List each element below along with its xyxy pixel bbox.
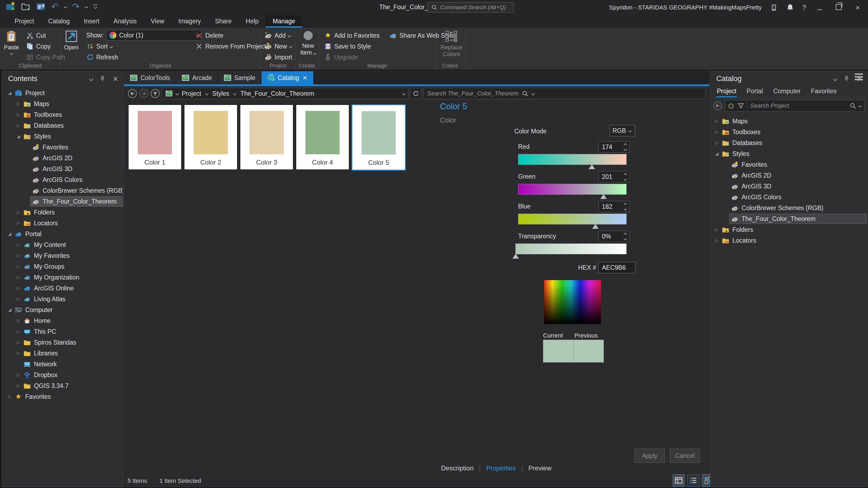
expand-icon[interactable]: ▷ <box>15 372 22 378</box>
tree-item-toolboxes[interactable]: ▷Toolboxes <box>2 109 123 120</box>
tree-item-arcgis-online[interactable]: ▷ArcGIS Online <box>2 283 123 294</box>
panel-options-icon[interactable] <box>855 73 863 80</box>
command-search-input[interactable]: Command Search (Alt+Q) <box>428 2 514 12</box>
document-tab-colortools[interactable]: ColorTools <box>124 71 176 84</box>
back-icon[interactable] <box>713 101 722 110</box>
expand-icon[interactable]: ▷ <box>15 264 22 269</box>
refresh-location-button[interactable] <box>410 88 422 99</box>
ribbon-tab-insert[interactable]: Insert <box>77 15 106 28</box>
breadcrumb-segment-project[interactable]: Project <box>182 90 201 97</box>
blue-value-spinner[interactable]: 182 <box>598 201 630 212</box>
tree-item-my-favorites[interactable]: ▷My Favorites <box>2 250 123 261</box>
red-slider[interactable] <box>518 154 627 165</box>
delete-button[interactable]: Delete <box>195 30 266 41</box>
save-project-icon[interactable] <box>36 2 45 11</box>
back-icon[interactable] <box>127 89 137 98</box>
ribbon-tab-imagery[interactable]: Imagery <box>172 15 208 28</box>
blue-slider[interactable] <box>518 214 627 225</box>
expand-icon[interactable]: ▷ <box>15 318 22 323</box>
expand-icon[interactable]: ▷ <box>714 119 720 124</box>
open-button[interactable]: Open <box>64 30 79 51</box>
breadcrumb-segment-styles[interactable]: Styles <box>212 90 229 97</box>
project-search-input[interactable]: Search Project <box>724 100 865 112</box>
details-view-button[interactable] <box>673 474 685 487</box>
forward-icon[interactable] <box>139 89 149 98</box>
import-style-button[interactable]: Import <box>265 52 292 62</box>
sort-button[interactable]: Sort <box>86 41 202 52</box>
tree-item-my-organization[interactable]: ▷My Organization <box>2 272 123 283</box>
ribbon-tab-help[interactable]: Help <box>239 15 266 28</box>
panel-menu-chevron-icon[interactable] <box>89 77 94 81</box>
tree-item-favorites[interactable]: Favorites <box>710 159 867 170</box>
collapse-icon[interactable]: ◢ <box>6 231 13 236</box>
transparency-slider[interactable] <box>516 243 627 254</box>
ribbon-tab-catalog[interactable]: Catalog <box>41 15 77 28</box>
document-tab-arcade[interactable]: Arcade <box>176 71 218 84</box>
expand-icon[interactable]: ▷ <box>15 112 22 117</box>
tree-item-favorites[interactable]: Favorites <box>2 142 123 153</box>
add-style-button[interactable]: Add <box>265 30 292 41</box>
tree-item-project[interactable]: ◢Project <box>2 88 123 98</box>
close-tab-icon[interactable] <box>302 75 308 81</box>
transparency-slider-thumb[interactable] <box>513 254 519 259</box>
ribbon-tab-share[interactable]: Share <box>208 15 239 28</box>
copy-button[interactable]: Copy <box>26 41 65 52</box>
expand-icon[interactable]: ▷ <box>714 130 720 134</box>
tree-item-this-pc[interactable]: ▷This PC <box>2 326 123 337</box>
expand-icon[interactable]: ▷ <box>15 242 22 247</box>
tree-item-arcgis-3d[interactable]: ArcGIS 3D <box>710 181 867 192</box>
close-icon[interactable] <box>112 76 119 82</box>
up-icon[interactable] <box>150 89 160 98</box>
tree-item-the-four-color-theorem[interactable]: The_Four_Color_Theorem <box>710 214 867 224</box>
ribbon-tab-manage[interactable]: Manage <box>266 15 302 28</box>
undo-chevron-icon[interactable] <box>64 5 67 8</box>
tree-item-favorites[interactable]: ▷Favorites <box>2 391 123 402</box>
expand-icon[interactable]: ▷ <box>15 210 22 215</box>
green-slider[interactable] <box>518 184 627 195</box>
tree-item-dropbox[interactable]: ▷Dropbox <box>2 369 123 380</box>
detail-tab-description[interactable]: Description <box>441 464 474 472</box>
tree-item-computer[interactable]: ◢Computer <box>2 304 123 315</box>
filter-icon[interactable] <box>737 102 744 109</box>
ribbon-tab-project[interactable]: Project <box>8 15 41 28</box>
tree-item-living-atlas[interactable]: ▷Living Atlas <box>2 294 123 304</box>
expand-icon[interactable]: ▷ <box>15 383 22 388</box>
tree-item-toolboxes[interactable]: ▷Toolboxes <box>710 127 867 137</box>
remove-from-project-button[interactable]: Remove From Project <box>195 41 266 52</box>
show-filter-dropdown[interactable]: Color (1) <box>106 30 202 41</box>
new-item-button[interactable]: New Item <box>300 30 316 56</box>
list-view-button[interactable] <box>687 474 699 487</box>
upgrade-button[interactable]: Upgrade <box>324 52 455 62</box>
catalog-search-input[interactable]: Search The_Four_Color_Theorem <box>423 88 706 99</box>
home-icon[interactable] <box>727 102 735 109</box>
detail-tab-preview[interactable]: Preview <box>528 464 552 472</box>
style-item-color-2[interactable]: Color 2 <box>184 104 238 170</box>
breadcrumb-chevron-icon[interactable] <box>233 92 237 95</box>
help-icon[interactable]: ? <box>802 4 806 12</box>
breadcrumb[interactable]: ProjectStylesThe_Four_Color_Theorem <box>162 88 408 99</box>
notification-bell-icon[interactable] <box>786 3 794 12</box>
expand-icon[interactable]: ▷ <box>15 275 22 280</box>
tree-item-databases[interactable]: ▷Databases <box>710 137 867 148</box>
style-item-color-4[interactable]: Color 4 <box>296 104 349 170</box>
tree-item-the-four-color-theorem[interactable]: The_Four_Color_Theorem <box>2 196 123 207</box>
add-to-favorites-button[interactable]: Add to Favorites <box>324 30 379 41</box>
tree-item-qgis-3-34-7[interactable]: ▷QGIS 3.34.7 <box>2 380 123 391</box>
tree-item-my-groups[interactable]: ▷My Groups <box>2 261 123 272</box>
detail-tab-properties[interactable]: Properties <box>486 464 516 472</box>
expand-icon[interactable]: ▷ <box>15 253 22 258</box>
new-project-icon[interactable] <box>5 2 15 11</box>
tree-item-folders[interactable]: ▷Folders <box>710 224 867 235</box>
green-value-spinner[interactable]: 201 <box>598 171 630 183</box>
expand-icon[interactable]: ▷ <box>15 123 22 128</box>
expand-icon[interactable]: ▷ <box>15 286 22 291</box>
tree-item-arcgis-2d[interactable]: ArcGIS 2D <box>2 153 123 163</box>
tree-item-arcgis-colors[interactable]: ArcGIS Colors <box>2 174 123 185</box>
tree-item-libraries[interactable]: ▷Libraries <box>2 348 123 359</box>
tree-item-network[interactable]: Network <box>2 359 123 369</box>
catalog-panel-tab-portal[interactable]: Portal <box>746 86 764 96</box>
red-value-spinner[interactable]: 174 <box>598 141 630 153</box>
search-options-chevron-icon[interactable] <box>531 92 535 95</box>
expand-icon[interactable]: ▷ <box>15 221 22 226</box>
style-item-color-3[interactable]: Color 3 <box>240 104 293 170</box>
